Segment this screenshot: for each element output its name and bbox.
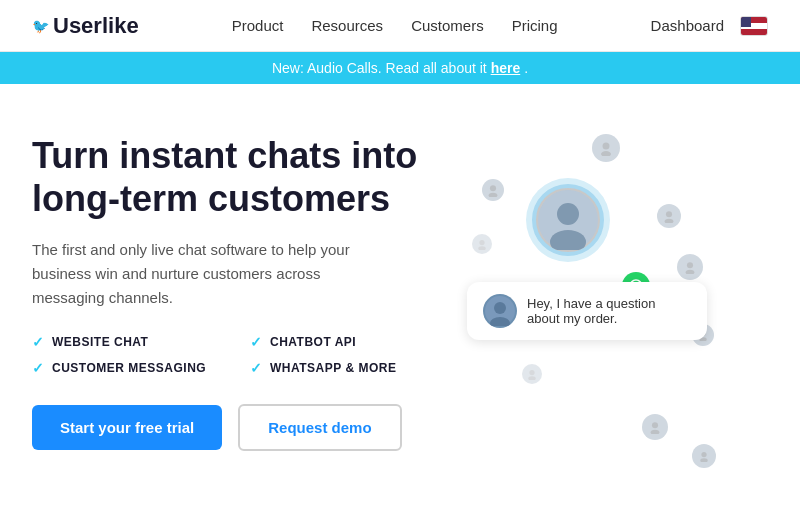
nav-product[interactable]: Product bbox=[232, 17, 284, 34]
check-icon-4: ✓ bbox=[250, 360, 262, 376]
svg-point-12 bbox=[687, 262, 693, 268]
svg-point-21 bbox=[700, 458, 708, 462]
chat-user-avatar bbox=[483, 294, 517, 328]
features-grid: ✓ WEBSITE CHAT ✓ CHATBOT API ✓ CUSTOMER … bbox=[32, 334, 452, 376]
feature-label-4: WHATSAPP & MORE bbox=[270, 361, 396, 375]
svg-point-6 bbox=[490, 185, 496, 191]
hero-illustration: Hey, I have a question about my order. bbox=[452, 124, 768, 482]
feature-website-chat: ✓ WEBSITE CHAT bbox=[32, 334, 234, 350]
svg-point-20 bbox=[701, 452, 706, 457]
logo-text: Userlike bbox=[53, 13, 139, 39]
feature-customer-messaging: ✓ CUSTOMER MESSAGING bbox=[32, 360, 234, 376]
svg-point-9 bbox=[665, 219, 674, 223]
banner-link[interactable]: here bbox=[491, 60, 521, 76]
banner-text: New: Audio Calls. Read all about it bbox=[272, 60, 491, 76]
avatar-dot-1 bbox=[592, 134, 620, 162]
svg-point-13 bbox=[686, 270, 695, 274]
banner-suffix: . bbox=[524, 60, 528, 76]
avatar-dot-5 bbox=[677, 254, 703, 280]
nav-dashboard[interactable]: Dashboard bbox=[651, 17, 724, 34]
svg-point-8 bbox=[666, 211, 672, 217]
avatar-dot-4 bbox=[472, 234, 492, 254]
nav-links: Product Resources Customers Pricing bbox=[232, 17, 558, 34]
check-icon-2: ✓ bbox=[250, 334, 262, 350]
svg-point-26 bbox=[494, 302, 506, 314]
logo-bird-icon: 🐦 bbox=[32, 18, 49, 34]
svg-point-18 bbox=[652, 422, 658, 428]
svg-point-7 bbox=[489, 193, 498, 197]
svg-point-19 bbox=[651, 430, 660, 434]
svg-point-4 bbox=[603, 143, 610, 150]
language-flag[interactable] bbox=[740, 16, 768, 36]
nav-customers[interactable]: Customers bbox=[411, 17, 484, 34]
svg-point-10 bbox=[479, 240, 484, 245]
nav-pricing[interactable]: Pricing bbox=[512, 17, 558, 34]
center-avatar bbox=[532, 184, 604, 256]
svg-point-11 bbox=[478, 246, 486, 250]
nav-right: Dashboard bbox=[651, 16, 768, 36]
svg-rect-3 bbox=[741, 17, 751, 27]
nav-resources[interactable]: Resources bbox=[311, 17, 383, 34]
hero-left: Turn instant chats into long-term custom… bbox=[32, 124, 452, 451]
check-icon-3: ✓ bbox=[32, 360, 44, 376]
logo[interactable]: 🐦 Userlike bbox=[32, 13, 139, 39]
avatar-dot-2 bbox=[482, 179, 504, 201]
avatar-dot-3 bbox=[657, 204, 681, 228]
navbar: 🐦 Userlike Product Resources Customers P… bbox=[0, 0, 800, 52]
hero-title: Turn instant chats into long-term custom… bbox=[32, 134, 452, 220]
svg-point-5 bbox=[601, 151, 611, 156]
check-icon-1: ✓ bbox=[32, 334, 44, 350]
feature-label-3: CUSTOMER MESSAGING bbox=[52, 361, 206, 375]
feature-label-2: CHATBOT API bbox=[270, 335, 356, 349]
avatar-dot-7 bbox=[522, 364, 542, 384]
svg-point-17 bbox=[528, 376, 536, 380]
svg-point-23 bbox=[557, 203, 579, 225]
announcement-banner: New: Audio Calls. Read all about it here… bbox=[0, 52, 800, 84]
request-demo-button[interactable]: Request demo bbox=[238, 404, 401, 451]
avatar-dot-9 bbox=[692, 444, 716, 468]
hero-section: Turn instant chats into long-term custom… bbox=[0, 84, 800, 502]
svg-point-16 bbox=[529, 370, 534, 375]
feature-whatsapp: ✓ WHATSAPP & MORE bbox=[250, 360, 452, 376]
avatar-dot-8 bbox=[642, 414, 668, 440]
svg-rect-2 bbox=[741, 29, 767, 35]
chat-bubble: Hey, I have a question about my order. bbox=[467, 282, 707, 340]
start-trial-button[interactable]: Start your free trial bbox=[32, 405, 222, 450]
chat-message-text: Hey, I have a question about my order. bbox=[527, 296, 691, 326]
hero-subtitle: The first and only live chat software to… bbox=[32, 238, 372, 310]
feature-chatbot-api: ✓ CHATBOT API bbox=[250, 334, 452, 350]
cta-buttons: Start your free trial Request demo bbox=[32, 404, 452, 451]
feature-label-1: WEBSITE CHAT bbox=[52, 335, 148, 349]
